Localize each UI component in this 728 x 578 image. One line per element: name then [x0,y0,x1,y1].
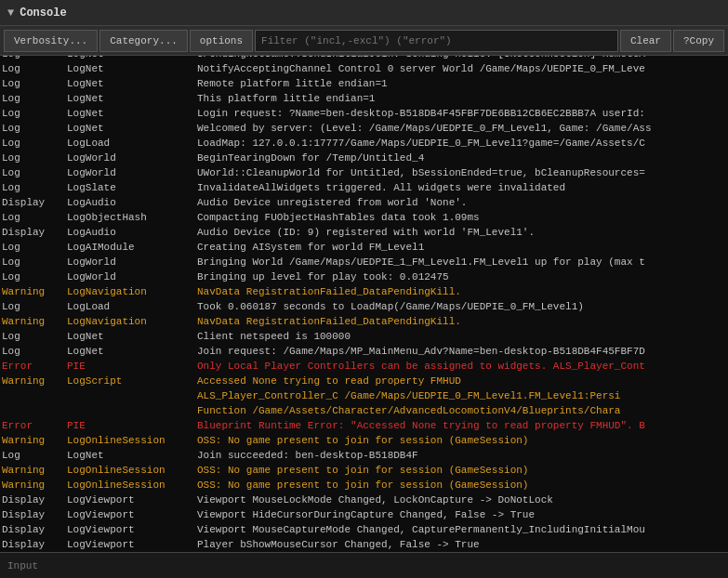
log-row: DisplayLogViewportViewport HideCursorDur… [0,507,728,522]
log-area[interactable]: LogPacketHandlerLogLoaded PacketHandler … [0,56,728,552]
log-message: Audio Device (ID: 9) registered with wor… [197,225,726,240]
log-row: LogLogNetJoin succeeded: ben-desktop-B51… [0,448,728,463]
log-message: Client netspeed is 100000 [197,329,726,344]
log-message: Audio Device unregistered from world 'No… [197,195,726,210]
log-level: Warning [2,284,67,299]
log-category: LogWorld [67,165,197,180]
log-level: Log [2,136,67,151]
log-category: LogOnlineSession [67,463,197,478]
log-row: LogLogNetLogin request: ?Name=ben-deskto… [0,106,728,121]
log-message: Only Local Player Controllers can be ass… [197,359,726,374]
log-category: LogNet [67,106,197,121]
log-category: LogNet [67,91,197,106]
log-category: LogOnlineSession [67,433,197,448]
log-message: UWorld::CleanupWorld for Untitled, bSess… [197,165,726,180]
filter-input[interactable] [255,30,618,52]
log-row: LogLogNetJoin request: /Game/Maps/MP_Mai… [0,344,728,359]
copy-button[interactable]: ?Copy [673,30,724,52]
log-level: Display [2,195,67,210]
clear-button[interactable]: Clear [620,30,671,52]
log-message: LoadMap: 127.0.0.1:17777/Game/Maps/UEDPI… [197,136,726,151]
category-button[interactable]: Category... [99,30,188,52]
log-category: LogNavigation [67,284,197,299]
log-category: LogViewport [67,537,197,552]
log-level: Display [2,507,67,522]
console-input[interactable] [4,558,724,573]
log-category: LogScript [67,374,197,388]
log-level: Display [2,225,67,240]
input-bar [0,552,728,578]
log-category: LogAudio [67,195,197,210]
log-message: NotifyAcceptingChannel Control 0 server … [197,61,726,76]
options-button[interactable]: options [190,30,253,52]
log-message: Bringing World /Game/Maps/UEDPIE_1_FM_Le… [197,255,726,269]
log-row: WarningLogScriptAccessed None trying to … [0,374,728,388]
log-category: LogWorld [67,151,197,165]
verbosity-button[interactable]: Verbosity... [4,30,98,52]
log-row: LogLogObjectHashCompacting FUObjectHashT… [0,210,728,225]
log-row: LogLogLoadTook 0.060187 seconds to LoadM… [0,299,728,314]
log-category: LogAIModule [67,240,197,255]
log-message: NavData RegistrationFailed_DataPendingKi… [197,314,726,329]
log-category: LogAudio [67,225,197,240]
log-row: WarningLogNavigationNavData Registration… [0,314,728,329]
log-message: Viewport MouseCaptureMode Changed, Captu… [197,522,726,537]
log-row: ALS_Player_Controller_C /Game/Maps/UEDPI… [0,388,728,403]
log-message: Accessed None trying to read property FM… [197,374,726,388]
log-level: Warning [2,433,67,448]
log-category: PIE [67,359,197,374]
log-level: Log [2,151,67,165]
log-category: LogViewport [67,507,197,522]
log-level: Log [2,255,67,269]
title-icon: ▼ [7,7,14,20]
log-row: DisplayLogViewportViewport MouseCaptureM… [0,522,728,537]
log-level: Log [2,76,67,91]
log-row: WarningLogOnlineSessionOSS: No game pres… [0,463,728,478]
log-level: Display [2,522,67,537]
log-level: Log [2,106,67,121]
log-row: LogLogNetWelcomed by server: (Level: /Ga… [0,121,728,136]
log-level: Log [2,329,67,344]
log-message: Viewport MouseLockMode Changed, LockOnCa… [197,493,726,507]
log-level: Log [2,165,67,180]
log-level: Log [2,210,67,225]
log-row: WarningLogOnlineSessionOSS: No game pres… [0,478,728,493]
log-level: Log [2,240,67,255]
log-message: ALS_Player_Controller_C /Game/Maps/UEDPI… [197,388,726,403]
log-row: LogLogAIModuleCreating AISystem for worl… [0,240,728,255]
log-row: WarningLogNavigationNavData Registration… [0,284,728,299]
log-message: Welcomed by server: (Level: /Game/Maps/U… [197,121,726,136]
log-level: Warning [2,463,67,478]
log-message: OSS: No game present to join for session… [197,463,726,478]
log-row: ErrorPIEOnly Local Player Controllers ca… [0,359,728,374]
log-level: Log [2,91,67,106]
log-row: LogLogNetThis platform little endian=1 [0,91,728,106]
log-row: LogLogNetNotifyAcceptingChannel Control … [0,61,728,76]
log-message: Login request: ?Name=ben-desktop-B518DB4… [197,106,726,121]
log-message: InvalidateAllWidgets triggered. All widg… [197,180,726,195]
log-message: Remote platform little endian=1 [197,76,726,91]
log-row: ErrorPIEBlueprint Runtime Error: "Access… [0,418,728,433]
log-message: NavData RegistrationFailed_DataPendingKi… [197,284,726,299]
log-level: Log [2,269,67,284]
log-row: WarningLogOnlineSessionOSS: No game pres… [0,433,728,448]
log-level [2,403,67,418]
log-row: LogLogWorldBringing World /Game/Maps/UED… [0,255,728,269]
log-row: DisplayLogViewportViewport MouseLockMode… [0,493,728,507]
log-level: Display [2,537,67,552]
log-category: LogViewport [67,522,197,537]
log-row: LogLogSlateInvalidateAllWidgets triggere… [0,180,728,195]
log-message: OSS: No game present to join for session… [197,478,726,493]
log-category: LogOnlineSession [67,478,197,493]
log-category: PIE [67,418,197,433]
log-category: LogNet [67,329,197,344]
log-level [2,388,67,403]
log-row: DisplayLogAudioAudio Device unregistered… [0,195,728,210]
log-row: LogLogWorldBeginTearingDown for /Temp/Un… [0,151,728,165]
log-category [67,388,197,403]
log-level: Log [2,299,67,314]
log-message: Creating AISystem for world FM_Level1 [197,240,726,255]
log-level: Warning [2,478,67,493]
log-row: LogLogWorldBringing up level for play to… [0,269,728,284]
log-category: LogLoad [67,299,197,314]
